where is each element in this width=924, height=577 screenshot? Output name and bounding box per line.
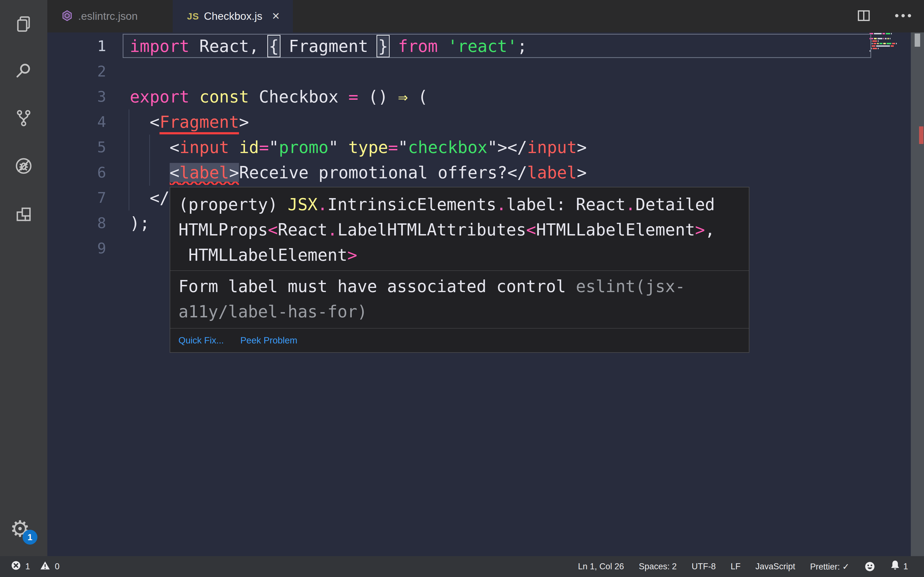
status-cursor-position[interactable]: Ln 1, Col 26 xyxy=(578,562,624,572)
quick-fix-link[interactable]: Quick Fix... xyxy=(178,335,224,346)
code-token: promo xyxy=(279,138,329,157)
code-token: . xyxy=(318,195,328,214)
code-token: LabelHTMLAttributes xyxy=(338,220,526,239)
code-token: from xyxy=(398,37,438,56)
warning-icon xyxy=(40,561,50,572)
tab-eslintrc-json[interactable]: .eslintrc.json xyxy=(47,0,173,32)
code-token: . xyxy=(626,195,635,214)
tab-bar: .eslintrc.json JS Checkbox.js ✕ xyxy=(47,0,924,32)
error-icon xyxy=(11,561,21,572)
code-token: HTMLProps xyxy=(178,220,268,239)
code-token: HTMLLabelElement xyxy=(536,220,695,239)
code-line[interactable]: 5 <input id="promo" type="checkbox"></in… xyxy=(47,135,924,160)
code-token: checkbox xyxy=(408,138,488,157)
code-token: < xyxy=(130,112,160,132)
code-token: > xyxy=(239,112,249,132)
tooltip-line: HTMLProps<React.LabelHTMLAttributes<HTML… xyxy=(178,217,741,242)
close-tab-icon[interactable]: ✕ xyxy=(272,10,280,22)
settings-gear-button[interactable]: ⚙ 1 xyxy=(10,517,37,548)
line-number: 6 xyxy=(47,160,106,185)
code-token: input xyxy=(527,138,577,157)
code-token: IntrinsicElements xyxy=(328,195,496,214)
code-text: ); xyxy=(130,213,150,233)
code-token: < xyxy=(268,220,278,239)
source-control-icon[interactable] xyxy=(15,109,32,127)
code-token: (property) xyxy=(178,195,288,214)
code-token: = xyxy=(349,87,358,106)
code-text: </ xyxy=(130,188,170,208)
code-token: > xyxy=(229,163,239,182)
code-token: </ xyxy=(507,163,527,182)
notification-count: 1 xyxy=(903,562,908,572)
status-eol[interactable]: LF xyxy=(731,562,741,572)
feedback-smiley-icon[interactable] xyxy=(864,561,876,572)
split-editor-icon[interactable] xyxy=(858,10,870,23)
error-count: 1 xyxy=(25,562,30,572)
code-token: = xyxy=(259,138,269,157)
code-token: ; xyxy=(517,37,527,56)
code-token: < xyxy=(526,220,536,239)
explorer-icon[interactable] xyxy=(15,15,32,33)
code-token: label xyxy=(527,163,577,182)
code-token: . xyxy=(496,195,506,214)
code-token: React xyxy=(278,220,328,239)
code-token: Form label must have associated control xyxy=(178,277,576,296)
activity-bar: ⚙ 1 xyxy=(0,0,47,556)
search-icon[interactable] xyxy=(15,62,32,79)
code-token: Checkbox xyxy=(249,87,349,106)
tooltip-actions: Quick Fix... Peek Problem xyxy=(170,328,749,352)
code-token: Receive promotional offers? xyxy=(239,163,507,182)
code-token xyxy=(189,87,199,106)
tooltip-line: (property) JSX.IntrinsicElements.label: … xyxy=(178,192,741,217)
code-token: } xyxy=(378,37,388,56)
code-token: () xyxy=(358,87,398,106)
code-token: Detailed xyxy=(635,195,715,214)
tab-label: Checkbox.js xyxy=(204,10,262,22)
more-actions-icon[interactable] xyxy=(895,14,911,19)
tooltip-lint-message: Form label must have associated control … xyxy=(170,270,749,328)
status-problems[interactable]: 1 0 xyxy=(11,556,60,577)
notifications-bell[interactable]: 1 xyxy=(890,560,908,573)
tooltip-line: HTMLLabelElement> xyxy=(178,242,741,268)
status-prettier[interactable]: Prettier: ✓ xyxy=(810,562,850,572)
editor-actions xyxy=(858,0,911,32)
code-token: input xyxy=(179,138,229,157)
code-token: " xyxy=(487,138,497,157)
line-number: 1 xyxy=(47,34,106,59)
code-token: export xyxy=(130,87,189,106)
line-number: 5 xyxy=(47,135,106,160)
code-line[interactable]: 4 <Fragment> xyxy=(47,110,924,135)
code-line[interactable]: 2 xyxy=(47,59,924,84)
line-number: 2 xyxy=(47,59,106,84)
code-token: { xyxy=(269,37,279,56)
code-text: export const Checkbox = () ⇒ ( xyxy=(130,87,428,106)
debug-icon[interactable] xyxy=(15,157,32,175)
line-number: 9 xyxy=(47,236,106,261)
code-line[interactable]: 1import React, { Fragment } from 'react'… xyxy=(47,34,924,59)
peek-problem-link[interactable]: Peek Problem xyxy=(240,335,297,346)
code-line[interactable]: 6 <label>Receive promotional offers?</la… xyxy=(47,160,924,185)
code-token: </ xyxy=(130,188,170,208)
code-token: const xyxy=(199,87,249,106)
code-token: ( xyxy=(408,87,428,106)
status-language-mode[interactable]: JavaScript xyxy=(755,562,795,572)
code-token: 'react' xyxy=(448,37,517,56)
code-text: <label>Receive promotional offers?</labe… xyxy=(130,163,587,182)
tab-checkbox-js[interactable]: JS Checkbox.js ✕ xyxy=(173,0,293,32)
code-token: . xyxy=(328,220,338,239)
line-number: 4 xyxy=(47,110,106,135)
status-indentation[interactable]: Spaces: 2 xyxy=(639,562,677,572)
editor-pane[interactable]: 1import React, { Fragment } from 'react'… xyxy=(47,32,924,556)
code-text: <input id="promo" type="checkbox"></inpu… xyxy=(130,138,587,157)
eslint-icon xyxy=(61,10,73,23)
status-bar: 1 0 Ln 1, Col 26 Spaces: 2 UTF-8 LF Java… xyxy=(0,556,924,577)
js-icon: JS xyxy=(187,11,199,22)
code-line[interactable]: 3export const Checkbox = () ⇒ ( xyxy=(47,84,924,110)
code-token: import xyxy=(130,37,189,56)
warning-count: 0 xyxy=(55,562,60,572)
status-encoding[interactable]: UTF-8 xyxy=(691,562,716,572)
extensions-icon[interactable] xyxy=(15,206,32,223)
code-token xyxy=(229,138,239,157)
code-token: > xyxy=(577,138,587,157)
code-token: < xyxy=(130,138,179,157)
